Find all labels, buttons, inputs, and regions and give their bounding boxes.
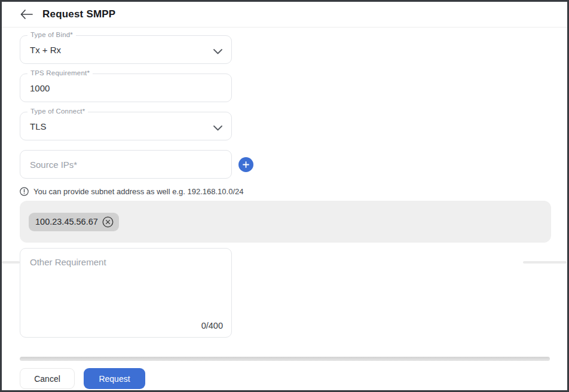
request-smpp-dialog: Request SMPP Type of Bind* Tx + Rx TPS R… bbox=[0, 0, 569, 392]
section-divider-right bbox=[523, 261, 567, 264]
type-of-connect-value: TLS bbox=[30, 121, 47, 131]
source-ips-input[interactable] bbox=[30, 160, 222, 170]
cancel-button[interactable]: Cancel bbox=[20, 368, 75, 389]
tps-requirement-field: TPS Requirement* bbox=[20, 74, 232, 102]
source-ips-chip-list: 100.23.45.56.67 bbox=[20, 201, 551, 243]
chevron-down-icon bbox=[213, 122, 222, 133]
tps-requirement-input[interactable] bbox=[30, 83, 222, 93]
info-icon bbox=[20, 187, 29, 196]
page-title: Request SMPP bbox=[42, 8, 115, 20]
tps-requirement-label: TPS Requirement* bbox=[27, 69, 93, 76]
type-of-connect-label: Type of Connect* bbox=[27, 108, 88, 115]
dialog-footer: Cancel Request bbox=[20, 368, 145, 389]
other-requirement-field: 0/400 bbox=[20, 248, 232, 338]
chevron-down-icon bbox=[213, 46, 222, 57]
back-button[interactable] bbox=[19, 7, 33, 22]
ip-chip: 100.23.45.56.67 bbox=[29, 213, 119, 231]
type-of-connect-select[interactable]: Type of Connect* TLS bbox=[20, 112, 232, 140]
back-arrow-icon bbox=[20, 10, 33, 19]
type-of-bind-value: Tx + Rx bbox=[30, 45, 61, 55]
ip-chip-label: 100.23.45.56.67 bbox=[35, 217, 98, 226]
plus-icon bbox=[243, 161, 249, 168]
section-divider-left bbox=[2, 261, 20, 264]
close-circle-icon bbox=[102, 216, 114, 228]
type-of-bind-label: Type of Bind* bbox=[27, 31, 76, 38]
type-of-bind-select[interactable]: Type of Bind* Tx + Rx bbox=[20, 35, 232, 64]
other-requirement-textarea[interactable] bbox=[20, 249, 231, 316]
remove-ip-button[interactable] bbox=[102, 216, 114, 228]
form-body: Type of Bind* Tx + Rx TPS Requirement* T… bbox=[2, 27, 567, 338]
source-ips-row bbox=[20, 150, 567, 179]
subnet-hint-text: You can provide subnet address as well e… bbox=[33, 187, 244, 196]
dialog-header: Request SMPP bbox=[2, 2, 567, 27]
request-button[interactable]: Request bbox=[84, 368, 145, 389]
char-counter: 0/400 bbox=[201, 321, 223, 330]
source-ips-field bbox=[20, 150, 232, 179]
subnet-hint-row: You can provide subnet address as well e… bbox=[20, 187, 567, 196]
horizontal-scrollbar[interactable] bbox=[20, 357, 550, 361]
add-ip-button[interactable] bbox=[238, 157, 253, 172]
